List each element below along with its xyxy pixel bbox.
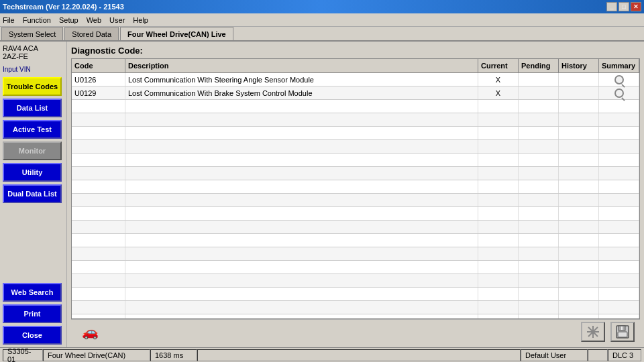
cell-history xyxy=(559,234,599,247)
cell-summary xyxy=(599,221,639,233)
cell-current xyxy=(478,194,519,206)
menu-file[interactable]: File xyxy=(3,16,15,24)
cell-summary xyxy=(599,274,639,287)
cell-summary xyxy=(599,288,639,300)
cell-current: X xyxy=(478,86,519,99)
magnifier-icon xyxy=(614,88,624,98)
title-text: Techstream (Ver 12.20.024) - 21543 xyxy=(3,3,124,11)
cell-history xyxy=(559,301,599,314)
cell-pending xyxy=(519,288,559,300)
cell-description xyxy=(125,194,478,206)
status-system: Four Wheel Drive(CAN) xyxy=(43,349,150,361)
maximize-button[interactable]: □ xyxy=(619,2,629,11)
cell-summary xyxy=(599,127,639,139)
cell-history xyxy=(559,221,599,233)
status-empty2 xyxy=(588,349,608,361)
trouble-codes-button[interactable]: Trouble Codes xyxy=(3,77,62,96)
snowflake-icon xyxy=(586,324,600,339)
status-s3305: S3305-01 xyxy=(3,349,43,361)
menu-user[interactable]: User xyxy=(109,16,125,24)
cell-current xyxy=(478,113,519,126)
sidebar-bottom: Web Search Print Close xyxy=(3,283,64,345)
print-button[interactable]: Print xyxy=(3,304,62,323)
table-row xyxy=(72,207,639,221)
close-window-button[interactable]: ✕ xyxy=(631,2,641,11)
cell-pending xyxy=(519,221,559,233)
cell-summary[interactable] xyxy=(599,73,639,86)
menu-function[interactable]: Function xyxy=(23,16,51,24)
cell-history xyxy=(559,127,599,139)
bottom-left: 🚗 xyxy=(76,322,109,342)
cell-current xyxy=(478,234,519,247)
data-list-button[interactable]: Data List xyxy=(3,99,62,117)
cell-description xyxy=(125,261,478,274)
vehicle-line2: 2AZ-FE xyxy=(3,52,64,60)
table-row xyxy=(72,274,639,288)
status-timing: 1638 ms xyxy=(150,349,197,361)
table-header: Code Description Current Pending History… xyxy=(72,59,639,73)
content-area: Diagnostic Code: Code Description Curren… xyxy=(67,42,644,347)
utility-button[interactable]: Utility xyxy=(3,163,62,182)
cell-summary xyxy=(599,314,639,319)
cell-description xyxy=(125,221,478,233)
cell-code xyxy=(72,261,125,274)
main-area: RAV4 ACA 2AZ-FE Input VIN Trouble Codes … xyxy=(0,42,644,347)
cell-code xyxy=(72,221,125,233)
cell-history xyxy=(559,180,599,193)
col-header-history: History xyxy=(559,59,599,72)
save-icon xyxy=(615,324,630,339)
cell-code xyxy=(72,127,125,139)
cell-current xyxy=(478,288,519,300)
web-search-button[interactable]: Web Search xyxy=(3,283,62,302)
cell-current xyxy=(478,261,519,274)
tab-system-select[interactable]: System Select xyxy=(1,27,63,40)
save-icon-button[interactable] xyxy=(610,322,635,342)
table-row xyxy=(72,288,639,301)
minimize-button[interactable]: _ xyxy=(606,2,617,11)
close-button[interactable]: Close xyxy=(3,326,62,345)
cell-history xyxy=(559,247,599,260)
cell-current xyxy=(478,221,519,233)
vehicle-info: RAV4 ACA 2AZ-FE xyxy=(3,44,64,60)
cell-description xyxy=(125,207,478,220)
table-row xyxy=(72,113,639,127)
tab-stored-data[interactable]: Stored Data xyxy=(64,27,119,40)
cell-pending xyxy=(519,314,559,319)
cell-current xyxy=(478,154,519,166)
title-controls: _ □ ✕ xyxy=(606,2,641,11)
menu-web[interactable]: Web xyxy=(87,16,101,24)
svg-point-4 xyxy=(592,330,594,333)
col-header-code: Code xyxy=(72,59,125,72)
cell-description xyxy=(125,154,478,166)
cell-summary[interactable] xyxy=(599,86,639,99)
col-header-pending: Pending xyxy=(519,59,559,72)
cell-description xyxy=(125,301,478,314)
status-user: Default User xyxy=(521,349,588,361)
snowflake-icon-button[interactable] xyxy=(581,322,605,342)
cell-summary xyxy=(599,247,639,260)
cell-summary xyxy=(599,261,639,274)
table-row xyxy=(72,301,639,314)
menu-setup[interactable]: Setup xyxy=(59,16,78,24)
col-header-summary: Summary xyxy=(599,59,639,72)
cell-code xyxy=(72,247,125,260)
diagnostic-table: Code Description Current Pending History… xyxy=(71,58,640,319)
monitor-button: Monitor xyxy=(3,141,62,160)
bottom-right xyxy=(581,322,635,342)
car-icon: 🚗 xyxy=(76,322,103,342)
cell-pending xyxy=(519,86,559,99)
tab-four-wheel-live[interactable]: Four Wheel Drive(CAN) Live xyxy=(120,27,233,40)
cell-current xyxy=(478,207,519,220)
active-test-button[interactable]: Active Test xyxy=(3,120,62,139)
cell-pending xyxy=(519,274,559,287)
input-vin-label: Input VIN xyxy=(3,66,64,73)
menu-help[interactable]: Help xyxy=(133,16,148,24)
cell-summary xyxy=(599,180,639,193)
table-row xyxy=(72,261,639,274)
cell-pending xyxy=(519,194,559,206)
table-row xyxy=(72,100,639,113)
dual-data-list-button[interactable]: Dual Data List xyxy=(3,184,62,203)
svg-rect-7 xyxy=(618,332,627,337)
cell-current xyxy=(478,301,519,314)
cell-code xyxy=(72,288,125,300)
